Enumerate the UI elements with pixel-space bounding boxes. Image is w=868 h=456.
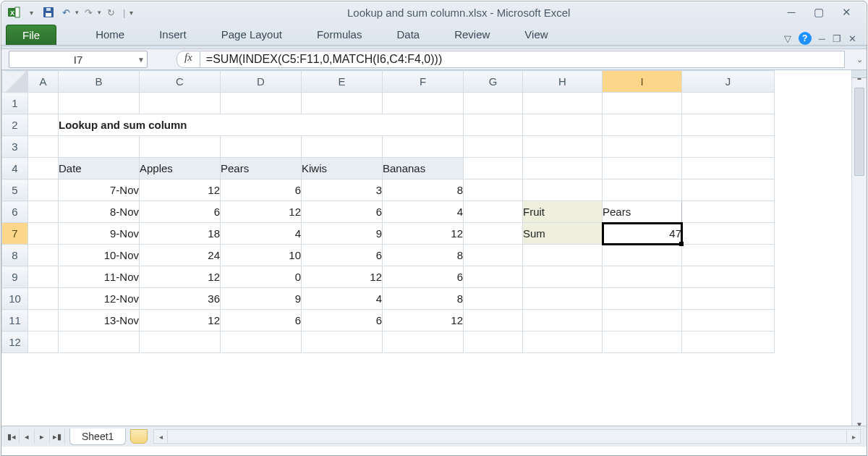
- cell-H11[interactable]: [523, 310, 603, 332]
- cell-H4[interactable]: [523, 158, 603, 180]
- cell-A3[interactable]: [28, 136, 59, 158]
- scroll-thumb[interactable]: [854, 88, 864, 176]
- cell-D9[interactable]: 0: [221, 266, 302, 288]
- cell-G10[interactable]: [464, 288, 523, 310]
- scroll-left-icon[interactable]: ◂: [154, 430, 168, 443]
- cell-C3[interactable]: [140, 136, 221, 158]
- wb-minimize-icon[interactable]: ─: [819, 33, 825, 44]
- cell-B7[interactable]: 9-Nov: [59, 223, 140, 245]
- col-header-B[interactable]: B: [59, 71, 140, 93]
- cell-A7[interactable]: [28, 223, 59, 245]
- tab-view[interactable]: View: [507, 24, 565, 45]
- scroll-right-icon[interactable]: ▸: [846, 430, 860, 443]
- cell-E4[interactable]: Kiwis: [302, 158, 383, 180]
- file-tab[interactable]: File: [6, 25, 56, 45]
- tab-home[interactable]: Home: [78, 24, 142, 45]
- cell-H9[interactable]: [523, 266, 603, 288]
- cell-D8[interactable]: 10: [221, 245, 302, 266]
- cell-J2[interactable]: [682, 114, 775, 136]
- cell-D12[interactable]: [221, 332, 302, 353]
- cell-F11[interactable]: 12: [383, 310, 464, 332]
- cell-G11[interactable]: [464, 310, 523, 332]
- tab-review[interactable]: Review: [437, 24, 507, 45]
- maximize-button[interactable]: ▢: [812, 6, 826, 19]
- tab-insert[interactable]: Insert: [142, 24, 204, 45]
- cell-C4[interactable]: Apples: [140, 158, 221, 180]
- cell-D5[interactable]: 6: [221, 180, 302, 201]
- cell-C7[interactable]: 18: [140, 223, 221, 245]
- fx-button[interactable]: fx: [176, 51, 200, 68]
- col-header-C[interactable]: C: [140, 71, 221, 93]
- cell-I6[interactable]: Pears: [603, 201, 682, 223]
- ribbon-minimize-icon[interactable]: ▽: [784, 33, 791, 44]
- cell-H7[interactable]: Sum: [523, 223, 603, 245]
- cell-C10[interactable]: 36: [140, 288, 221, 310]
- cell-A5[interactable]: [28, 180, 59, 201]
- cell-F10[interactable]: 8: [383, 288, 464, 310]
- col-header-I[interactable]: I: [603, 71, 682, 93]
- cell-J4[interactable]: [682, 158, 775, 180]
- save-icon[interactable]: [41, 4, 56, 20]
- cell-J11[interactable]: [682, 310, 775, 332]
- excel-icon[interactable]: X: [6, 4, 22, 20]
- cell-C8[interactable]: 24: [140, 245, 221, 266]
- cell-J3[interactable]: [682, 136, 775, 158]
- cell-J9[interactable]: [682, 266, 775, 288]
- sheet-nav-first-icon[interactable]: ▮◂: [4, 429, 20, 444]
- row-header-2[interactable]: 2: [2, 114, 28, 136]
- cell-H2[interactable]: [523, 114, 603, 136]
- cell-A9[interactable]: [28, 266, 59, 288]
- row-header-8[interactable]: 8: [2, 245, 28, 266]
- cell-B11[interactable]: 13-Nov: [59, 310, 140, 332]
- cell-G3[interactable]: [464, 136, 523, 158]
- cell-G2[interactable]: [464, 114, 523, 136]
- cell-D10[interactable]: 9: [221, 288, 302, 310]
- tab-formulas[interactable]: Formulas: [299, 24, 380, 45]
- wb-restore-icon[interactable]: ❐: [833, 33, 841, 44]
- row-header-5[interactable]: 5: [2, 180, 28, 201]
- cell-I7[interactable]: 47: [603, 223, 682, 245]
- cell-E1[interactable]: [302, 93, 383, 114]
- spreadsheet-grid[interactable]: ABCDEFGHIJ12Lookup and sum column34DateA…: [1, 70, 867, 447]
- cell-B8[interactable]: 10-Nov: [59, 245, 140, 266]
- cell-I5[interactable]: [603, 180, 682, 201]
- cell-I1[interactable]: [603, 93, 682, 114]
- cell-B9[interactable]: 11-Nov: [59, 266, 140, 288]
- row-header-9[interactable]: 9: [2, 266, 28, 288]
- name-box[interactable]: I7 ▼: [9, 51, 148, 68]
- row-header-10[interactable]: 10: [2, 288, 28, 310]
- close-button[interactable]: ✕: [839, 6, 854, 19]
- cell-D4[interactable]: Pears: [221, 158, 302, 180]
- sheet-nav-next-icon[interactable]: ▸: [35, 429, 50, 444]
- row-header-1[interactable]: 1: [2, 93, 28, 114]
- row-header-6[interactable]: 6: [2, 201, 28, 223]
- minimize-button[interactable]: ─: [784, 6, 799, 19]
- cell-E11[interactable]: 6: [302, 310, 383, 332]
- cell-B12[interactable]: [59, 332, 140, 353]
- cell-J8[interactable]: [682, 245, 775, 266]
- cell-D1[interactable]: [221, 93, 302, 114]
- new-sheet-icon[interactable]: [130, 429, 148, 444]
- tab-page-layout[interactable]: Page Layout: [204, 24, 299, 45]
- cell-E3[interactable]: [302, 136, 383, 158]
- cell-H3[interactable]: [523, 136, 603, 158]
- cell-E9[interactable]: 12: [302, 266, 383, 288]
- cell-E12[interactable]: [302, 332, 383, 353]
- select-all-corner[interactable]: [2, 71, 28, 93]
- cell-F7[interactable]: 12: [383, 223, 464, 245]
- col-header-G[interactable]: G: [464, 71, 523, 93]
- cell-I11[interactable]: [603, 310, 682, 332]
- cell-C9[interactable]: 12: [140, 266, 221, 288]
- cell-C11[interactable]: 12: [140, 310, 221, 332]
- cell-F12[interactable]: [383, 332, 464, 353]
- cell-E8[interactable]: 6: [302, 245, 383, 266]
- cell-G12[interactable]: [464, 332, 523, 353]
- cell-G7[interactable]: [464, 223, 523, 245]
- cell-J10[interactable]: [682, 288, 775, 310]
- row-header-4[interactable]: 4: [2, 158, 28, 180]
- cell-E10[interactable]: 4: [302, 288, 383, 310]
- cell-A6[interactable]: [28, 201, 59, 223]
- cell-G1[interactable]: [464, 93, 523, 114]
- cell-B4[interactable]: Date: [59, 158, 140, 180]
- row-header-11[interactable]: 11: [2, 310, 28, 332]
